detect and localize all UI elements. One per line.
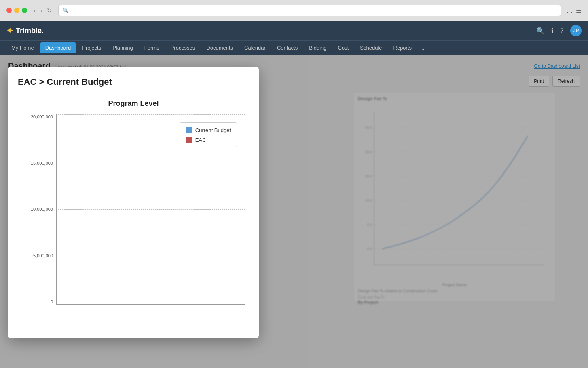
nav-item-documents[interactable]: Documents bbox=[201, 42, 238, 53]
chart-legend: Current Budget EAC bbox=[180, 122, 237, 147]
nav-right-icons: 🔍 ℹ ? JP bbox=[537, 25, 582, 36]
main-nav: My Home Dashboard Projects Planning Form… bbox=[0, 40, 588, 55]
nav-item-processes[interactable]: Processes bbox=[166, 42, 200, 53]
nav-more-button[interactable]: ... bbox=[418, 42, 429, 53]
chart-title: Program Level bbox=[22, 99, 245, 108]
traffic-lights bbox=[6, 8, 27, 13]
nav-item-schedule[interactable]: Schedule bbox=[355, 42, 387, 53]
modal-overlay[interactable]: EAC > Current Budget Program Level 20,00… bbox=[0, 55, 588, 368]
top-nav: ✦ Trimble. 🔍 ℹ ? JP bbox=[0, 21, 588, 40]
legend-swatch-red bbox=[186, 137, 192, 143]
fullscreen-icon[interactable]: ⛶ bbox=[566, 6, 573, 14]
nav-item-projects[interactable]: Projects bbox=[77, 42, 106, 53]
nav-item-bidding[interactable]: Bidding bbox=[304, 42, 331, 53]
info-icon[interactable]: ℹ bbox=[551, 27, 554, 35]
content-area: Dashboard Last updated: 01.08.2024 03:58… bbox=[0, 55, 588, 368]
nav-item-calendar[interactable]: Calendar bbox=[239, 42, 271, 53]
logo-text: Trimble. bbox=[16, 27, 44, 35]
nav-item-forms[interactable]: Forms bbox=[140, 42, 164, 53]
chart-container: Program Level 20,000,000 15,000,000 10,0… bbox=[18, 95, 249, 328]
forward-button[interactable]: › bbox=[39, 6, 44, 15]
legend-eac: EAC bbox=[186, 137, 231, 143]
legend-eac-label: EAC bbox=[195, 137, 206, 143]
address-bar[interactable]: 🔍 bbox=[58, 5, 561, 16]
user-avatar[interactable]: JP bbox=[570, 25, 582, 36]
search-icon: 🔍 bbox=[63, 8, 69, 13]
y-label-5m: 5,000,000 bbox=[33, 253, 53, 258]
logo: ✦ Trimble. bbox=[6, 26, 44, 36]
maximize-button[interactable] bbox=[22, 8, 27, 13]
reload-button[interactable]: ↻ bbox=[45, 6, 53, 15]
y-label-0: 0 bbox=[51, 299, 53, 304]
browser-nav-buttons: ‹ › ↻ bbox=[32, 6, 53, 15]
minimize-button[interactable] bbox=[14, 8, 19, 13]
y-label-10m: 10,000,000 bbox=[31, 207, 53, 212]
trimble-logo-icon: ✦ bbox=[6, 26, 13, 36]
nav-item-reports[interactable]: Reports bbox=[389, 42, 417, 53]
nav-item-dashboard[interactable]: Dashboard bbox=[40, 42, 76, 53]
browser-right-icons: ⛶ ☰ bbox=[566, 6, 582, 14]
nav-item-cost[interactable]: Cost bbox=[333, 42, 354, 53]
browser-chrome: ‹ › ↻ 🔍 ⛶ ☰ bbox=[0, 0, 588, 21]
nav-item-planning[interactable]: Planning bbox=[108, 42, 138, 53]
legend-swatch-blue bbox=[186, 127, 192, 133]
help-icon[interactable]: ? bbox=[560, 27, 564, 34]
nav-item-contacts[interactable]: Contacts bbox=[272, 42, 302, 53]
modal-title: EAC > Current Budget bbox=[18, 77, 249, 87]
close-button[interactable] bbox=[6, 8, 12, 13]
search-nav-icon[interactable]: 🔍 bbox=[537, 27, 545, 35]
legend-current-budget-label: Current Budget bbox=[195, 127, 231, 133]
y-label-15m: 15,000,000 bbox=[31, 161, 53, 166]
back-button[interactable]: ‹ bbox=[32, 6, 37, 15]
menu-icon[interactable]: ☰ bbox=[576, 6, 582, 14]
y-label-20m: 20,000,000 bbox=[31, 114, 53, 119]
app: ✦ Trimble. 🔍 ℹ ? JP My Home Dashboard Pr… bbox=[0, 21, 588, 368]
legend-current-budget: Current Budget bbox=[186, 127, 231, 133]
modal-dialog: EAC > Current Budget Program Level 20,00… bbox=[8, 67, 259, 338]
nav-item-myhome[interactable]: My Home bbox=[6, 42, 39, 53]
